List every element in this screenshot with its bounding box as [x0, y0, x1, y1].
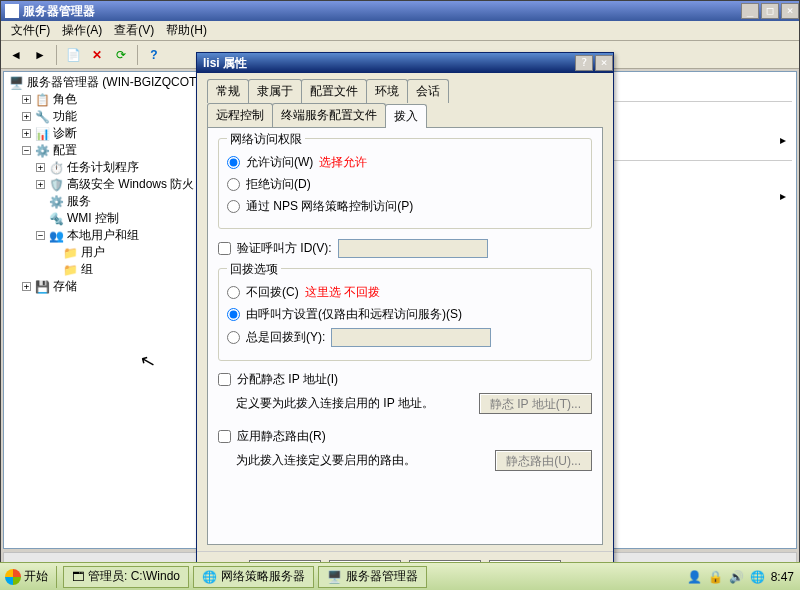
- no-callback-radio[interactable]: [227, 286, 240, 299]
- static-route-checkbox[interactable]: [218, 430, 231, 443]
- tab-profile[interactable]: 配置文件: [301, 79, 367, 103]
- always-callback-radio[interactable]: [227, 331, 240, 344]
- caller-id-input: [338, 239, 488, 258]
- allow-access-radio[interactable]: [227, 156, 240, 169]
- tree-users[interactable]: 📁用户: [6, 244, 200, 261]
- menu-file[interactable]: 文件(F): [5, 20, 56, 41]
- tree-storage[interactable]: +💾存储: [6, 278, 200, 295]
- help-button[interactable]: ?: [143, 44, 165, 66]
- menu-action[interactable]: 操作(A): [56, 20, 108, 41]
- properties-dialog: lisi 属性 ? × 常规 隶属于 配置文件 环境 会话 远程控制 终端服务配…: [196, 52, 614, 564]
- network-access-group: 网络访问权限 允许访问(W)选择允许 拒绝访问(D) 通过 NPS 网络策略控制…: [218, 138, 592, 229]
- dialog-close-button[interactable]: ×: [595, 55, 613, 71]
- callback-group: 回拨选项 不回拨(C)这里选 不回拨 由呼叫方设置(仅路由和远程访问服务)(S)…: [218, 268, 592, 361]
- tab-session[interactable]: 会话: [407, 79, 449, 103]
- tab-dialin[interactable]: 拨入: [385, 104, 427, 128]
- tree-panel: 🖥️服务器管理器 (WIN-BGIZQCOT +📋角色 +🔧功能 +📊诊断 −⚙…: [3, 71, 203, 549]
- static-ip-checkbox[interactable]: [218, 373, 231, 386]
- dialog-titlebar[interactable]: lisi 属性 ? ×: [197, 53, 613, 73]
- static-ip-button: 静态 IP 地址(T)...: [479, 393, 592, 414]
- taskbar-item-1[interactable]: 🗔管理员: C:\Windo: [63, 566, 189, 588]
- taskbar-item-2[interactable]: 🌐网络策略服务器: [193, 566, 314, 588]
- taskbar: 开始 🗔管理员: C:\Windo 🌐网络策略服务器 🖥️服务器管理器 👤 🔒 …: [0, 562, 800, 590]
- menubar: 文件(F) 操作(A) 查看(V) 帮助(H): [1, 21, 799, 41]
- tab-memberof[interactable]: 隶属于: [248, 79, 302, 103]
- start-orb-icon: [5, 569, 21, 585]
- tray-icon[interactable]: 🌐: [750, 570, 765, 584]
- menu-view[interactable]: 查看(V): [108, 20, 160, 41]
- tree-task[interactable]: +⏱️任务计划程序: [6, 159, 200, 176]
- titlebar[interactable]: 服务器管理器 _ □ ×: [1, 1, 799, 21]
- tree-root[interactable]: 🖥️服务器管理器 (WIN-BGIZQCOT: [6, 74, 200, 91]
- dialog-help-button[interactable]: ?: [575, 55, 593, 71]
- verify-caller-checkbox[interactable]: [218, 242, 231, 255]
- chevron-right-icon: ▸: [780, 133, 786, 150]
- nps-radio[interactable]: [227, 200, 240, 213]
- close-button[interactable]: ×: [781, 3, 799, 19]
- up-button[interactable]: 📄: [62, 44, 84, 66]
- menu-help[interactable]: 帮助(H): [160, 20, 213, 41]
- tray-icon[interactable]: 🔊: [729, 570, 744, 584]
- set-by-caller-radio[interactable]: [227, 308, 240, 321]
- tree-wmi[interactable]: 🔩WMI 控制: [6, 210, 200, 227]
- tab-env[interactable]: 环境: [366, 79, 408, 103]
- minimize-button[interactable]: _: [741, 3, 759, 19]
- maximize-button[interactable]: □: [761, 3, 779, 19]
- tree-config[interactable]: −⚙️配置: [6, 142, 200, 159]
- refresh-button[interactable]: ⟳: [110, 44, 132, 66]
- clock[interactable]: 8:47: [771, 570, 794, 584]
- deny-access-radio[interactable]: [227, 178, 240, 191]
- delete-button[interactable]: ✕: [86, 44, 108, 66]
- back-button[interactable]: ◄: [5, 44, 27, 66]
- chevron-right-icon: ▸: [780, 189, 786, 206]
- system-tray: 👤 🔒 🔊 🌐 8:47: [687, 570, 800, 584]
- tab-general[interactable]: 常规: [207, 79, 249, 103]
- callback-number-input: [331, 328, 491, 347]
- tree-features[interactable]: +🔧功能: [6, 108, 200, 125]
- tray-icon[interactable]: 👤: [687, 570, 702, 584]
- tab-terminal[interactable]: 终端服务配置文件: [272, 103, 386, 127]
- tray-icon[interactable]: 🔒: [708, 570, 723, 584]
- taskbar-item-3[interactable]: 🖥️服务器管理器: [318, 566, 427, 588]
- forward-button[interactable]: ►: [29, 44, 51, 66]
- app-icon: [5, 4, 19, 18]
- tree-roles[interactable]: +📋角色: [6, 91, 200, 108]
- tree-localusers[interactable]: −👥本地用户和组: [6, 227, 200, 244]
- tab-remote[interactable]: 远程控制: [207, 103, 273, 127]
- tree-services[interactable]: ⚙️服务: [6, 193, 200, 210]
- tree-firewall[interactable]: +🛡️高级安全 Windows 防火: [6, 176, 200, 193]
- tree-groups[interactable]: 📁组: [6, 261, 200, 278]
- window-title: 服务器管理器: [23, 3, 739, 20]
- start-button[interactable]: 开始: [0, 564, 52, 590]
- nocb-note: 这里选 不回拨: [305, 284, 380, 301]
- tree-diag[interactable]: +📊诊断: [6, 125, 200, 142]
- allow-note: 选择允许: [319, 154, 367, 171]
- static-route-button: 静态路由(U)...: [495, 450, 592, 471]
